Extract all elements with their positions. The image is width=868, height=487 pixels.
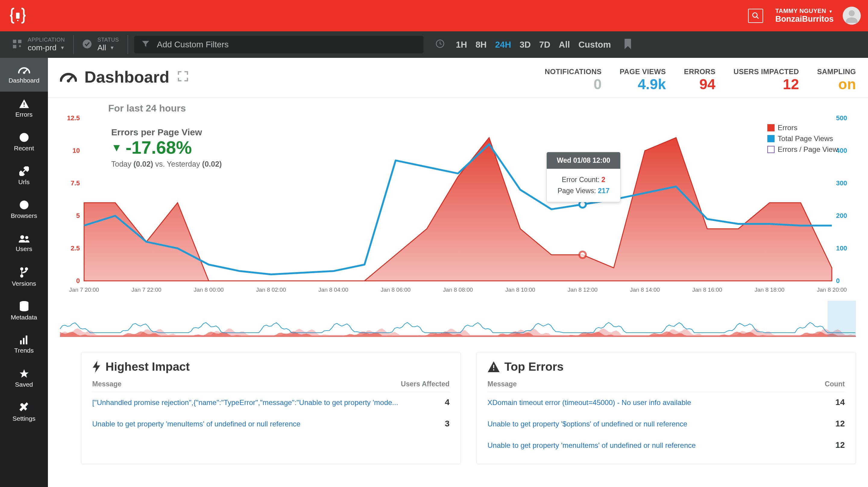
kpi-errors[interactable]: ERRORS 94: [684, 67, 715, 93]
grid-icon: [12, 39, 22, 50]
sidebar: Dashboard Errors Recent Urls Browsers Us…: [0, 58, 48, 487]
tooltip-page-views: 217: [598, 187, 610, 195]
svg-text:Jan 8 00:00: Jan 8 00:00: [194, 286, 224, 293]
error-message-link[interactable]: Unable to get property 'menuItems' of un…: [488, 440, 835, 451]
range-24h[interactable]: 24H: [495, 40, 511, 50]
legend-errs-per-pv: Errors / Page View: [778, 145, 838, 154]
svg-text:100: 100: [836, 244, 847, 252]
database-icon: [19, 301, 29, 311]
error-message-link[interactable]: XDomain timeout error (timeout=45000) - …: [488, 397, 835, 408]
svg-text:Jan 8 02:00: Jan 8 02:00: [256, 286, 286, 293]
sidebar-item-browsers[interactable]: Browsers: [0, 193, 48, 226]
status-value: All: [97, 43, 106, 53]
error-message-link[interactable]: Unable to get property '$options' of und…: [488, 419, 835, 429]
sidebar-item-saved[interactable]: Saved: [0, 362, 48, 395]
search-button[interactable]: [748, 9, 763, 23]
svg-text:200: 200: [836, 212, 847, 219]
sidebar-item-label: Settings: [13, 415, 36, 422]
filter-bar: APPLICATION com-prd▼ STATUS All▼ Add Cus…: [0, 31, 868, 58]
app-label: APPLICATION: [28, 37, 65, 43]
kpi-notifications[interactable]: NOTIFICATIONS 0: [545, 67, 601, 93]
panel-title: Top Errors: [504, 360, 564, 373]
kpi-value: 94: [684, 76, 715, 93]
svg-rect-1: [17, 20, 19, 21]
brand-logo: [7, 5, 28, 26]
error-message-link[interactable]: ["Unhandled promise rejection",{"name":"…: [92, 397, 445, 408]
svg-rect-59: [493, 365, 494, 368]
overlay-percentage: ▼-17.68%: [111, 138, 222, 158]
kpi-users-impacted[interactable]: USERS IMPACTED 12: [734, 67, 799, 93]
star-icon: [19, 369, 29, 378]
svg-rect-60: [493, 369, 494, 370]
svg-rect-58: [828, 301, 856, 337]
sidebar-item-recent[interactable]: Recent: [0, 125, 48, 159]
caret-down-icon: ▼: [111, 141, 122, 154]
range-1h[interactable]: 1H: [456, 40, 467, 50]
sidebar-item-versions[interactable]: Versions: [0, 261, 48, 294]
chevron-down-icon: ▼: [60, 45, 65, 51]
svg-text:Jan 8 10:00: Jan 8 10:00: [505, 286, 535, 293]
user-name-label: TAMMY NGUYEN: [775, 7, 826, 14]
row-count: 12: [835, 440, 845, 450]
expand-button[interactable]: [177, 70, 189, 84]
status-selector[interactable]: STATUS All▼: [74, 31, 127, 58]
svg-rect-28: [26, 335, 27, 344]
check-circle-icon: [82, 39, 92, 50]
chart-overlay-card: Errors per Page View ▼-17.68% Today (0.0…: [111, 127, 234, 169]
sidebar-item-label: Recent: [14, 145, 34, 152]
kpi-label: USERS IMPACTED: [734, 67, 799, 76]
overlay-comparison: Today (0.02) vs. Yesterday (0.02): [111, 160, 222, 169]
globe-icon: [19, 200, 29, 210]
expand-icon: [177, 70, 189, 82]
svg-text:Jan 8 14:00: Jan 8 14:00: [630, 286, 660, 293]
table-row: XDomain timeout error (timeout=45000) - …: [488, 392, 845, 414]
sidebar-item-users[interactable]: Users: [0, 226, 48, 261]
svg-line-30: [68, 76, 73, 81]
bookmark-button[interactable]: [623, 38, 632, 51]
kpi-sampling[interactable]: SAMPLING on: [817, 67, 856, 93]
brush-chart[interactable]: [60, 301, 856, 337]
col-count: Count: [825, 380, 845, 388]
kpi-label: PAGE VIEWS: [620, 67, 666, 76]
table-row: Unable to get property 'menuItems' of un…: [488, 435, 845, 456]
custom-filter-input[interactable]: Add Custom Filters: [134, 36, 424, 53]
error-message-link[interactable]: Unable to get property 'menuItems' of un…: [92, 419, 445, 429]
table-row: Unable to get property '$options' of und…: [488, 414, 845, 435]
kpi-page-views[interactable]: PAGE VIEWS 4.9k: [620, 67, 666, 93]
range-3d[interactable]: 3D: [520, 40, 531, 50]
search-icon: [752, 12, 760, 20]
org-label: BonzaiBurritos: [775, 14, 834, 24]
custom-filter-placeholder: Add Custom Filters: [157, 40, 229, 50]
sidebar-item-label: Metadata: [11, 314, 37, 321]
table-row: Unable to get property 'menuItems' of un…: [92, 414, 450, 435]
row-count: 12: [835, 419, 845, 429]
sidebar-item-dashboard[interactable]: Dashboard: [0, 58, 48, 92]
range-all[interactable]: All: [559, 40, 570, 50]
sidebar-item-urls[interactable]: Urls: [0, 159, 48, 193]
sidebar-item-settings[interactable]: Settings: [0, 395, 48, 429]
user-menu[interactable]: TAMMY NGUYEN▼ BonzaiBurritos: [775, 7, 834, 24]
range-7d[interactable]: 7D: [539, 40, 550, 50]
avatar-icon: [844, 8, 859, 23]
svg-point-24: [21, 275, 23, 277]
col-message: Message: [92, 380, 401, 388]
main-chart[interactable]: 02.557.51012.50100200300400500Jan 7 20:0…: [60, 115, 856, 296]
svg-text:Jan 8 16:00: Jan 8 16:00: [692, 286, 722, 293]
svg-rect-26: [20, 340, 22, 344]
sidebar-item-label: Dashboard: [8, 77, 39, 84]
svg-point-21: [25, 236, 28, 239]
bookmark-icon: [623, 38, 632, 50]
time-range-selector: 1H 8H 24H 3D 7D All Custom: [430, 39, 617, 50]
svg-text:10: 10: [73, 147, 80, 154]
sidebar-item-trends[interactable]: Trends: [0, 328, 48, 362]
sidebar-item-metadata[interactable]: Metadata: [0, 294, 48, 328]
svg-text:0: 0: [836, 277, 840, 284]
app-selector[interactable]: APPLICATION com-prd▼: [4, 31, 73, 58]
range-custom[interactable]: Custom: [578, 40, 611, 50]
range-8h[interactable]: 8H: [475, 40, 487, 50]
legend-pageviews: Total Page Views: [778, 134, 833, 143]
sidebar-item-errors[interactable]: Errors: [0, 92, 48, 125]
avatar[interactable]: [843, 7, 861, 25]
svg-point-20: [20, 235, 24, 239]
svg-text:500: 500: [836, 115, 847, 122]
